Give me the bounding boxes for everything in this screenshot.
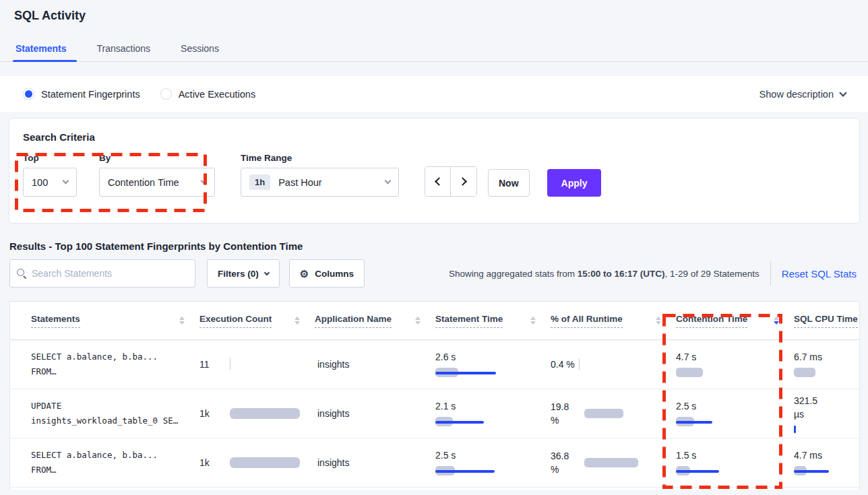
bar-blue-line bbox=[676, 470, 719, 473]
show-description-label: Show description bbox=[760, 89, 834, 100]
contention-time-value: 4.7 s bbox=[676, 352, 794, 362]
contention-time-value: 2.5 s bbox=[676, 401, 794, 411]
bar-gray bbox=[794, 368, 815, 377]
now-button[interactable]: Now bbox=[488, 169, 530, 197]
time-range-value: Past Hour bbox=[278, 177, 321, 188]
runtime-pct-cell: 0.4 % bbox=[551, 358, 676, 371]
metric-bar bbox=[579, 359, 637, 370]
chevron-right-icon bbox=[458, 177, 467, 186]
sql-cpu-time-cell: 4.7 ms bbox=[794, 450, 860, 476]
search-statements-box bbox=[9, 259, 195, 288]
bar-blue-tick bbox=[794, 426, 796, 433]
statement-time-cell: 2.5 s bbox=[435, 450, 551, 476]
by-label: By bbox=[99, 153, 215, 163]
statement-line: SELECT a.balance, b.ba... bbox=[31, 448, 199, 463]
time-range-badge: 1h bbox=[249, 174, 270, 190]
statement-time-cell: 2.1 s bbox=[435, 401, 551, 427]
apply-button[interactable]: Apply bbox=[547, 169, 602, 197]
gear-icon: ⚙ bbox=[300, 269, 309, 279]
table-header-row: Statements Execution Count Application N… bbox=[10, 302, 859, 340]
statement-time-cell: 2.6 s bbox=[435, 352, 551, 378]
column-header-sql-cpu-time[interactable]: SQL CPU Time bbox=[794, 314, 860, 328]
column-header-execution-count[interactable]: Execution Count bbox=[199, 314, 315, 328]
sql-cpu-time-value: 321.5 µs bbox=[794, 394, 822, 421]
by-select[interactable]: Contention Time bbox=[99, 168, 215, 197]
metric-bar bbox=[435, 367, 509, 378]
contention-time-value: 1.5 s bbox=[676, 450, 794, 461]
bar-blue-line bbox=[435, 372, 496, 374]
runtime-pct-value: 19.8 % bbox=[551, 400, 578, 427]
radio-label: Active Executions bbox=[179, 89, 255, 100]
search-statements-input[interactable] bbox=[32, 268, 188, 279]
sql-cpu-time-value: 6.7 ms bbox=[794, 352, 860, 362]
search-criteria-heading: Search Criteria bbox=[23, 131, 846, 143]
statement-time-value: 2.5 s bbox=[435, 450, 551, 461]
tab-statements[interactable]: Statements bbox=[14, 39, 67, 61]
column-header-statement-time[interactable]: Statement Time bbox=[435, 314, 551, 328]
column-header-contention-time[interactable]: Contention Time bbox=[676, 314, 794, 328]
application-name-cell: insights bbox=[315, 407, 435, 420]
bar-zero-tick bbox=[579, 358, 580, 370]
bar-zero-tick bbox=[230, 358, 231, 370]
top-select[interactable]: 100 bbox=[23, 168, 77, 197]
time-nav-group bbox=[425, 166, 477, 197]
top-value: 100 bbox=[32, 177, 48, 188]
metric-bar bbox=[794, 465, 860, 476]
statement-line: FROM… bbox=[31, 463, 199, 477]
time-prev-button[interactable] bbox=[425, 167, 451, 196]
time-next-button[interactable] bbox=[451, 167, 476, 196]
contention-time-cell: 2.5 s bbox=[676, 401, 794, 427]
metric-bar bbox=[676, 416, 750, 427]
radio-active-executions[interactable]: Active Executions bbox=[160, 88, 255, 100]
table-row: UPDATEinsights_workload_table_0 SE…1kins… bbox=[10, 389, 859, 438]
statement-time-value: 2.6 s bbox=[435, 352, 551, 362]
column-header-statements[interactable]: Statements bbox=[31, 314, 199, 328]
time-range-select[interactable]: 1h Past Hour bbox=[241, 168, 399, 197]
table-row: SELECT a.balance, b.ba...FROM…1kinsights… bbox=[10, 438, 859, 488]
columns-button[interactable]: ⚙ Columns bbox=[289, 259, 365, 288]
contention-time-cell: 4.7 s bbox=[676, 352, 794, 378]
column-header-application-name[interactable]: Application Name bbox=[315, 314, 435, 328]
bar-blue-line bbox=[794, 470, 829, 473]
show-description-toggle[interactable]: Show description bbox=[760, 89, 846, 100]
bar-blue-line bbox=[435, 421, 484, 424]
sql-cpu-time-value: 4.7 ms bbox=[794, 450, 860, 461]
time-range-field: Time Range 1h Past Hour bbox=[241, 153, 399, 197]
stats-time-range: 15:00 to 16:17 (UTC) bbox=[578, 269, 665, 279]
column-header-runtime-pct[interactable]: % of All Runtime bbox=[551, 314, 676, 328]
metric-bar bbox=[230, 457, 300, 469]
execution-count-cell: 1k bbox=[199, 407, 315, 420]
chevron-down-icon bbox=[264, 269, 270, 275]
metric-bar bbox=[676, 367, 750, 378]
by-field: By Contention Time bbox=[99, 153, 215, 197]
statement-fingerprint[interactable]: SELECT a.balance, b.ba...FROM… bbox=[31, 350, 199, 379]
runtime-pct-value: 0.4 % bbox=[551, 358, 575, 371]
page-title: SQL Activity bbox=[14, 9, 868, 23]
application-name-cell: insights bbox=[315, 457, 435, 469]
results-heading: Results - Top 100 Statement Fingerprints… bbox=[9, 240, 868, 252]
radio-selected-icon bbox=[23, 88, 34, 100]
execution-count-value: 1k bbox=[199, 457, 210, 468]
statement-fingerprint[interactable]: SELECT a.balance, b.ba...FROM… bbox=[31, 448, 199, 477]
sql-cpu-time-cell: 321.5 µs bbox=[794, 394, 860, 433]
statement-fingerprint[interactable]: UPDATEinsights_workload_table_0 SE… bbox=[31, 399, 199, 428]
bar-gray bbox=[676, 368, 703, 377]
radio-statement-fingerprints[interactable]: Statement Fingerprints bbox=[23, 88, 140, 100]
chevron-left-icon bbox=[435, 177, 443, 186]
execution-count-value: 1k bbox=[199, 408, 210, 419]
by-value: Contention Time bbox=[108, 177, 179, 188]
filters-button[interactable]: Filters (0) bbox=[207, 259, 280, 288]
radio-unselected-icon bbox=[160, 88, 172, 100]
table-row: SELECT a.balance, b.ba...FROM…11insights… bbox=[10, 340, 859, 389]
statement-line: FROM… bbox=[31, 364, 199, 379]
tab-sessions[interactable]: Sessions bbox=[179, 39, 220, 61]
application-name: insights bbox=[317, 408, 349, 419]
view-toggle-band: Statement Fingerprints Active Executions… bbox=[0, 76, 868, 112]
search-criteria-card: Search Criteria Top 100 By Contention Ti… bbox=[9, 118, 860, 224]
tab-transactions[interactable]: Transactions bbox=[95, 39, 152, 61]
metric-bar bbox=[435, 416, 509, 427]
bar-gray bbox=[230, 457, 300, 468]
reset-sql-stats-link[interactable]: Reset SQL Stats bbox=[771, 268, 860, 279]
execution-count-value: 11 bbox=[199, 359, 210, 370]
metric-bar bbox=[230, 358, 300, 370]
